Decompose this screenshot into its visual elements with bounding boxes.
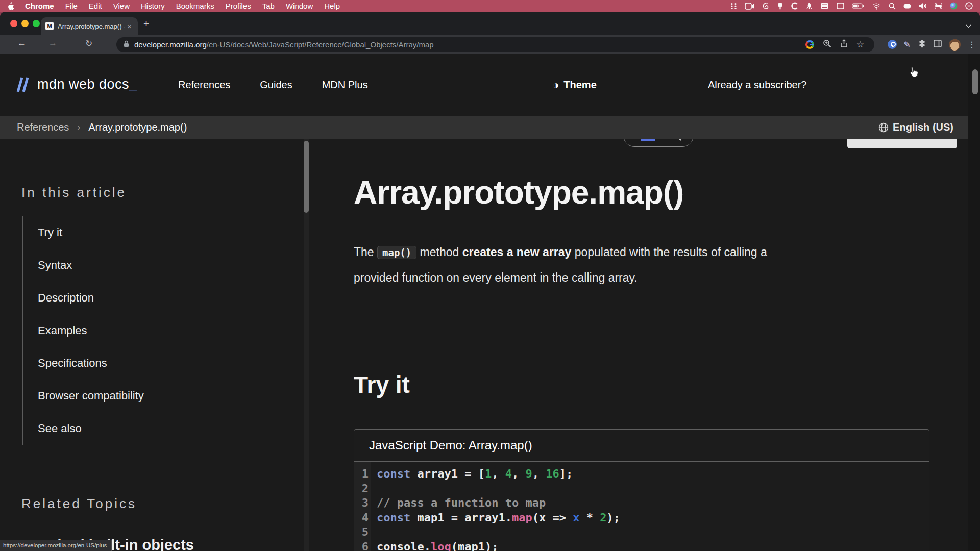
related-topics-heading: Related Topics <box>21 496 137 512</box>
nav-guides[interactable]: Guides <box>260 79 292 91</box>
menu-history[interactable]: History <box>135 2 170 10</box>
menu-edit[interactable]: Edit <box>83 2 108 10</box>
code-line: // pass a function to map <box>371 496 929 511</box>
page-scrollbar-track[interactable] <box>968 54 980 551</box>
menu-bookmarks[interactable]: Bookmarks <box>170 2 220 10</box>
password-manager-extension-icon[interactable] <box>888 40 897 49</box>
link-preview-statusbar: https://developer.mozilla.org/en-US/plus <box>0 540 112 551</box>
menu-tab[interactable]: Tab <box>257 2 280 10</box>
site-nav: ReferencesGuidesMDN Plus <box>178 54 368 116</box>
menu-profiles[interactable]: Profiles <box>220 2 257 10</box>
forward-icon[interactable]: → <box>48 38 57 48</box>
toc-item-see-also[interactable]: See also <box>23 412 257 445</box>
minimize-window-button[interactable] <box>21 20 29 27</box>
share-icon[interactable] <box>840 39 848 50</box>
toc-item-syntax[interactable]: Syntax <box>23 249 257 282</box>
intro-tail2: provided function on every element in th… <box>354 271 638 284</box>
mdn-logo[interactable]: mdn web docs_ <box>15 77 137 92</box>
menu-file[interactable]: File <box>60 2 83 10</box>
google-account-icon[interactable] <box>805 40 814 49</box>
interactive-demo: JavaScript Demo: Array.map() 12345678 co… <box>354 429 929 551</box>
language-label: English (US) <box>893 121 953 133</box>
toc-heading: In this article <box>21 185 127 201</box>
zoom-page-icon[interactable] <box>823 39 831 50</box>
tab-search-chevron-icon[interactable] <box>966 21 971 30</box>
menu-view[interactable]: View <box>108 2 135 10</box>
menubar-status-icons <box>730 2 973 10</box>
wifi-icon[interactable] <box>872 3 881 10</box>
screen-record-icon[interactable] <box>745 3 754 10</box>
tab-strip: M Array.prototype.map() - JavaS × + <box>0 12 980 35</box>
breadcrumb-bar: References › Array.prototype.map() Engli… <box>0 116 968 139</box>
pill-icon[interactable] <box>903 4 911 9</box>
new-tab-button[interactable]: + <box>143 18 149 30</box>
toc-item-description[interactable]: Description <box>23 282 257 314</box>
rocket-app-icon[interactable] <box>806 2 813 10</box>
code-editor[interactable]: 12345678 const array1 = [1, 4, 9, 16]; /… <box>354 462 929 551</box>
volume-icon[interactable] <box>919 3 927 9</box>
page-scrollbar-thumb[interactable] <box>972 69 978 94</box>
focus-icon[interactable] <box>965 2 973 10</box>
extensions-puzzle-icon[interactable] <box>918 39 926 50</box>
menu-chrome[interactable]: Chrome <box>19 2 60 10</box>
profile-avatar[interactable] <box>949 39 961 51</box>
already-subscriber-link[interactable]: Already a subscriber? <box>708 54 806 116</box>
sidebar-panel-icon[interactable] <box>934 40 942 49</box>
c-app-icon[interactable] <box>791 2 798 10</box>
paddle-app-icon[interactable] <box>777 2 783 10</box>
address-bar[interactable]: developer.mozilla.org/en-US/docs/Web/Jav… <box>116 37 874 52</box>
url-path: /en-US/docs/Web/JavaScript/Reference/Glo… <box>207 40 434 49</box>
lock-icon[interactable] <box>124 40 129 49</box>
tryit-heading: Try it <box>354 371 410 398</box>
toc-item-browser-compatibility[interactable]: Browser compatibility <box>23 380 257 412</box>
mdn-logo-underscore: _ <box>129 77 137 92</box>
nav-mdn-plus[interactable]: MDN Plus <box>322 79 368 91</box>
siri-icon[interactable] <box>950 2 958 10</box>
battery-icon[interactable] <box>852 3 864 9</box>
line-number: 5 <box>354 525 371 540</box>
mdn-favicon: M <box>45 22 54 30</box>
tab-title: Array.prototype.map() - JavaS <box>58 22 125 30</box>
toc-item-specifications[interactable]: Specifications <box>23 347 257 380</box>
control-center-icon[interactable] <box>935 3 942 9</box>
browser-tab[interactable]: M Array.prototype.map() - JavaS × <box>41 17 138 35</box>
apple-menu-icon[interactable] <box>7 2 14 10</box>
tab-close-icon[interactable]: × <box>127 22 132 30</box>
language-switcher[interactable]: English (US) <box>878 116 953 139</box>
code-lines[interactable]: const array1 = [1, 4, 9, 16]; // pass a … <box>371 462 929 551</box>
breadcrumb-references-link[interactable]: References <box>17 121 69 133</box>
code-line: const array1 = [1, 4, 9, 16]; <box>371 467 929 482</box>
intro-bold: creates a new array <box>462 245 572 259</box>
menu-window[interactable]: Window <box>280 2 318 10</box>
window-app-icon[interactable] <box>837 3 844 9</box>
bookmark-star-icon[interactable]: ☆ <box>856 39 864 50</box>
intro-mid: method <box>416 245 462 259</box>
demo-title: JavaScript Demo: Array.map() <box>354 430 929 462</box>
toc-item-try-it[interactable]: Try it <box>23 216 257 249</box>
fullscreen-window-button[interactable] <box>33 20 40 27</box>
swirl-app-icon[interactable] <box>762 2 769 10</box>
theme-toggle[interactable]: ◑ Theme <box>552 54 597 116</box>
nav-references[interactable]: References <box>178 79 230 91</box>
intro-paragraph: The map() method creates a new array pop… <box>354 240 956 290</box>
reload-icon[interactable]: ↻ <box>85 38 92 49</box>
menu-help[interactable]: Help <box>318 2 346 10</box>
browser-menu-icon[interactable]: ⋮ <box>968 40 976 49</box>
close-window-button[interactable] <box>10 20 17 27</box>
code-line <box>371 482 929 496</box>
pen-extension-icon[interactable]: ✎ <box>904 40 911 49</box>
spotlight-icon[interactable] <box>889 3 896 10</box>
sidebar-scrollbar-thumb[interactable] <box>304 141 309 213</box>
breadcrumb: References › Array.prototype.map() <box>17 116 187 139</box>
back-icon[interactable]: ← <box>17 38 26 48</box>
keyboard-app-icon[interactable] <box>820 3 829 9</box>
macos-menubar: Chrome FileEditViewHistoryBookmarksProfi… <box>0 0 980 12</box>
theme-icon: ◑ <box>552 79 559 92</box>
line-number: 3 <box>354 496 371 511</box>
article-sidebar: In this article Try itSyntaxDescriptionE… <box>0 139 309 551</box>
app-dots-icon[interactable] <box>730 3 737 10</box>
mdn-page: mdn web docs_ ReferencesGuidesMDN Plus ◑… <box>0 54 980 551</box>
toc-list: Try itSyntaxDescriptionExamplesSpecifica… <box>22 216 257 445</box>
intro-pre: The <box>354 245 377 259</box>
toc-item-examples[interactable]: Examples <box>23 314 257 347</box>
